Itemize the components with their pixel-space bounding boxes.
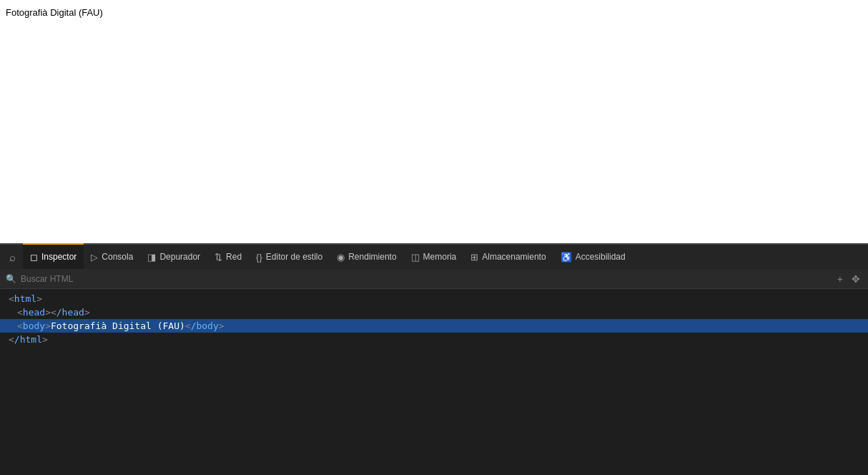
tree-line-0[interactable]: <html> bbox=[0, 292, 868, 305]
style-editor-icon: {} bbox=[256, 252, 262, 263]
tab-style-editor[interactable]: {}Editor de estilo bbox=[249, 244, 330, 270]
debugger-icon: ◨ bbox=[147, 252, 156, 263]
performance-icon: ◉ bbox=[337, 252, 345, 263]
network-icon: ⇅ bbox=[214, 252, 222, 263]
html-search-bar: 🔍 + ✥ bbox=[0, 269, 868, 289]
network-label: Red bbox=[226, 252, 242, 262]
pick-element-button[interactable]: ⌕ bbox=[1, 244, 23, 270]
accessibility-label: Accesibilidad bbox=[576, 252, 626, 262]
tab-inspector[interactable]: ◻Inspector bbox=[23, 243, 84, 269]
tab-debugger[interactable]: ◨Depurador bbox=[140, 244, 207, 270]
debugger-label: Depurador bbox=[159, 252, 200, 262]
accessibility-icon: ♿ bbox=[561, 252, 572, 263]
memory-label: Memoria bbox=[423, 252, 457, 262]
inspector-label: Inspector bbox=[41, 252, 77, 262]
page-title: Fotografià Digital (FAU) bbox=[6, 7, 103, 18]
html-tree: <html><head></head><body>Fotografià Digi… bbox=[0, 289, 868, 349]
console-icon: ▷ bbox=[91, 252, 98, 263]
devtools-tab-bar: ⌕ ◻Inspector▷Consola◨Depurador⇅Red{}Edit… bbox=[0, 243, 868, 269]
inspector-icon: ◻ bbox=[30, 252, 38, 263]
search-icon: 🔍 bbox=[6, 274, 16, 284]
inspector-panel: 🔍 + ✥ <html><head></head><body>Fotografi… bbox=[0, 269, 868, 475]
style-editor-label: Editor de estilo bbox=[266, 252, 322, 262]
storage-label: Almacenamiento bbox=[482, 252, 546, 262]
tab-storage[interactable]: ⊞Almacenamiento bbox=[463, 244, 553, 270]
tree-line-2[interactable]: <body>Fotografià Digital (FAU)</body> bbox=[0, 319, 868, 333]
tab-memory[interactable]: ◫Memoria bbox=[404, 244, 464, 270]
pick-icon: ⌕ bbox=[9, 251, 16, 263]
tab-accessibility[interactable]: ♿Accesibilidad bbox=[553, 244, 633, 270]
tab-network[interactable]: ⇅Red bbox=[207, 244, 249, 270]
performance-label: Rendimiento bbox=[348, 252, 396, 262]
tree-line-3[interactable]: </html> bbox=[0, 333, 868, 346]
console-label: Consola bbox=[102, 252, 133, 262]
tab-performance[interactable]: ◉Rendimiento bbox=[330, 244, 403, 270]
tab-console[interactable]: ▷Consola bbox=[84, 244, 140, 270]
inspector-options-button[interactable]: ✥ bbox=[849, 273, 862, 285]
search-input[interactable] bbox=[21, 274, 831, 284]
browser-page: Fotografià Digital (FAU) bbox=[0, 0, 868, 243]
memory-icon: ◫ bbox=[411, 252, 420, 263]
storage-icon: ⊞ bbox=[470, 252, 478, 263]
devtools-panel: ⌕ ◻Inspector▷Consola◨Depurador⇅Red{}Edit… bbox=[0, 243, 868, 475]
add-node-button[interactable]: + bbox=[835, 273, 845, 285]
tree-line-1[interactable]: <head></head> bbox=[0, 305, 868, 319]
